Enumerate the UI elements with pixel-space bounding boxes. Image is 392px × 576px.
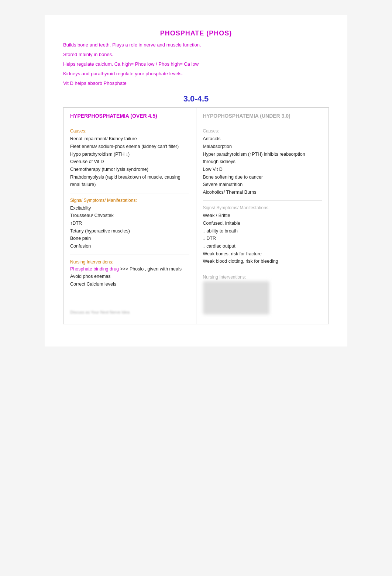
phosphate-binding-drug: Phosphate binding drug	[70, 266, 119, 272]
hypo-column: HYPOPHOSPHATEMIA (UNDER 3.0) Causes: Ant…	[196, 108, 329, 324]
hypo-nursing-label: Nursing Interventions:	[203, 275, 322, 280]
hypo-signs-section: Signs/ Symptoms/ Manifestations: Weak / …	[203, 201, 322, 270]
hypo-sign-2: ↓ ability to breath	[203, 228, 238, 234]
hyper-causes-section: Causes: Renal impairment/ Kidney failure…	[70, 124, 189, 193]
hyper-sign-3: Tetany (hyperactive muscles)	[70, 228, 130, 234]
hypo-cause-5: Severe malnutrition	[203, 182, 243, 187]
hyper-cause-0: Renal impairment/ Kidney failure	[70, 136, 137, 141]
hyper-nursing-other-0: Avoid phos enemas	[70, 274, 111, 279]
hyper-column: HYPERPHOSPHATEMIA (OVER 4.5) Causes: Ren…	[63, 108, 196, 324]
hypo-header: HYPOPHOSPHATEMIA (UNDER 3.0)	[203, 113, 322, 121]
blurred-bottom-text: Discuss as Your Next Nerve Idea	[70, 310, 189, 314]
hyper-cause-4: Chemotherapy (tumor lysis syndrome)	[70, 167, 148, 172]
hyper-cause-1: Fleet enema/ sodium-phos enema (kidney c…	[70, 144, 179, 149]
hyper-cause-3: Overuse of Vit D	[70, 159, 104, 164]
hypo-cause-0: Antacids	[203, 136, 221, 141]
hypo-cause-4: Bone softening due to cancer	[203, 175, 263, 180]
intro-line-5: Vit D helps absorb Phosphate	[63, 79, 329, 87]
hypo-cause-3: Low Vit D	[203, 167, 223, 172]
hyper-signs-text: Excitablity Trousseau/ Chvostek ↑DTR Tet…	[70, 204, 189, 250]
hypo-cause-6: Alcoholics/ Thermal Burns	[203, 190, 257, 195]
intro-line-3: Helps regulate calcium. Ca high= Phos lo…	[63, 60, 329, 68]
hyper-sign-0: Excitablity	[70, 206, 91, 211]
hyper-sign-2: ↑DTR	[70, 221, 82, 226]
hypo-sign-1: Confused, irritable	[203, 221, 240, 226]
hyper-cause-2: Hypo parathyroidism (PTH ↓)	[70, 152, 130, 157]
hyper-nursing-label: Nursing Interventions:	[70, 259, 189, 265]
hypo-sign-4: ↓ cardiac output	[203, 244, 235, 249]
hypo-cause-1: Malabsorption	[203, 144, 232, 149]
hypo-sign-0: Weak / Brittle	[203, 213, 230, 218]
hypo-nursing-section: Nursing Interventions:	[203, 270, 322, 319]
hypo-sign-3: ↓ DTR	[203, 236, 216, 241]
page-container: PHOSPHATE (PHOS) Builds bone and teeth. …	[45, 15, 347, 346]
hyper-sign-4: Bone pain	[70, 236, 91, 241]
normal-range: 3.0-4.5	[63, 94, 329, 104]
hypo-sign-6: Weak blood clotting, risk for bleeding	[203, 259, 278, 264]
hypo-causes-text: Antacids Malabsorption Hyper parathyroid…	[203, 135, 322, 196]
hypo-causes-label: Causes:	[203, 128, 322, 134]
hypo-signs-text: Weak / Brittle Confused, irritable ↓ abi…	[203, 212, 322, 265]
hyper-sign-1: Trousseau/ Chvostek	[70, 213, 114, 218]
hyper-signs-label: Signs/ Symptoms/ Manifestations:	[70, 198, 189, 203]
hyper-cause-5: Rhabdomyolysis (rapid breakdown of muscl…	[70, 175, 180, 187]
hypo-signs-label: Signs/ Symptoms/ Manifestations:	[203, 205, 322, 210]
comparison-table: HYPERPHOSPHATEMIA (OVER 4.5) Causes: Ren…	[63, 107, 329, 324]
hyper-causes-label: Causes:	[70, 128, 189, 134]
hyper-nursing-section: Nursing Interventions: Phosphate binding…	[70, 255, 189, 319]
hypo-nursing-blurred-image	[203, 281, 269, 314]
hyper-causes-text: Renal impairment/ Kidney failure Fleet e…	[70, 135, 189, 188]
hypo-cause-2: Hyper parathyroidism (↑PTH) inhibits rea…	[203, 152, 305, 165]
hypo-causes-section: Causes: Antacids Malabsorption Hyper par…	[203, 124, 322, 201]
hypo-sign-5: Weak bones, risk for fracture	[203, 251, 262, 256]
hyper-header: HYPERPHOSPHATEMIA (OVER 4.5)	[70, 113, 189, 121]
hyper-signs-section: Signs/ Symptoms/ Manifestations: Excitab…	[70, 193, 189, 255]
hyper-sign-5: Confusion	[70, 244, 91, 249]
intro-line-2: Stored mainly in bones.	[63, 51, 329, 59]
page-title: PHOSPHATE (PHOS)	[63, 30, 329, 37]
intro-line-1: Builds bone and teeth. Plays a role in n…	[63, 41, 329, 49]
hyper-nursing-other-1: Correct Calcium levels	[70, 282, 116, 287]
phoslo-text: >>> Phoslo , given with meals	[120, 266, 182, 272]
hyper-nursing-text: Phosphate binding drug >>> Phoslo , give…	[70, 265, 189, 288]
intro-line-4: Kidneys and parathyroid regulate your ph…	[63, 70, 329, 78]
intro-section: Builds bone and teeth. Plays a role in n…	[63, 41, 329, 87]
